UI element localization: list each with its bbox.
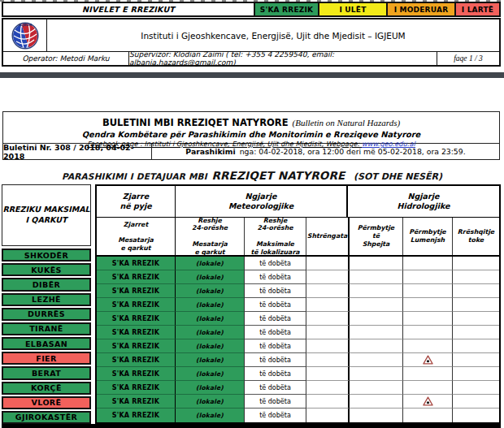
cell-reshje-maksimale: të dobëta xyxy=(245,284,306,298)
region-box: TIRANË xyxy=(2,322,91,335)
cell-zjarret: S'KA RREZIK xyxy=(97,339,176,353)
warning-triangle-icon xyxy=(423,396,433,406)
page-number: faqe 1 / 3 xyxy=(437,52,499,65)
table-row: S'KA RREZIK(lokale)të dobëta xyxy=(97,326,499,339)
region-box: LEZHË xyxy=(2,293,91,306)
bulletin-title-area: BULETINI MBI RREZIQET NATYRORE (Bulletin… xyxy=(3,112,499,144)
section-title: PARASHIKIMI I DETAJUAR MBI RREZIQET NATY… xyxy=(0,167,504,183)
cell-shtrengata xyxy=(306,326,350,339)
bulletin-title-line: BULETINI MBI RREZIQET NATYRORE (Bulletin… xyxy=(3,114,499,129)
cell-reshje-mesatarja: (lokale) xyxy=(176,257,245,270)
cell-shtrengata xyxy=(306,284,350,298)
col-header-zjarret: Zjarret Mesatarja e qarkut xyxy=(97,218,176,255)
cell-reshje-mesatarja: (lokale) xyxy=(176,353,245,367)
level-i-ulet: I ULËT xyxy=(319,3,388,15)
region-box: DURRËS xyxy=(2,308,91,321)
cell-reshje-mesatarja: (lokale) xyxy=(176,326,245,339)
cell-reshje-maksimale: të dobëta xyxy=(245,298,306,312)
cell-zjarret: S'KA RREZIK xyxy=(97,353,176,367)
table-body: S'KA RREZIK(lokale)të dobëtaS'KA RREZIK(… xyxy=(97,257,499,422)
cell-rreshqitje-toke xyxy=(453,298,499,312)
cell-reshje-maksimale: të dobëta xyxy=(245,312,306,326)
cell-permbytje-shpejta xyxy=(350,270,403,284)
cell-reshje-mesatarja: (lokale) xyxy=(176,298,245,312)
cell-permbytje-lumenjsh xyxy=(403,381,453,395)
level-i-larte: I LARTË xyxy=(456,3,499,15)
cell-zjarret: S'KA RREZIK xyxy=(97,395,176,409)
cell-permbytje-lumenjsh xyxy=(403,312,453,326)
region-box: DIBËR xyxy=(2,278,91,291)
cell-permbytje-shpejta xyxy=(350,353,403,367)
cell-permbytje-shpejta xyxy=(350,312,403,326)
cell-permbytje-lumenjsh xyxy=(403,409,453,422)
level-i-moderuar: I MODERUAR xyxy=(388,3,456,15)
table-row: S'KA RREZIK(lokale)të dobëta xyxy=(97,270,499,284)
col-header-permbytje-lumenjsh: Përmbytje Lumenjsh xyxy=(403,218,453,255)
table-row: S'KA RREZIK(lokale)të dobëta xyxy=(97,381,499,395)
cell-permbytje-lumenjsh xyxy=(403,284,453,298)
cell-reshje-mesatarja: (lokale) xyxy=(176,339,245,353)
col-header-shtrengata: Shtrëngata xyxy=(306,218,350,255)
cell-rreshqitje-toke xyxy=(453,257,499,270)
cell-reshje-mesatarja: (lokale) xyxy=(176,409,245,422)
cell-reshje-mesatarja: (lokale) xyxy=(176,381,245,395)
cell-shtrengata xyxy=(306,367,350,381)
cell-shtrengata xyxy=(306,353,350,367)
logo-text: IGJEUM xyxy=(18,23,31,27)
region-box: FIER xyxy=(2,352,91,365)
cell-shtrengata xyxy=(306,395,350,409)
cell-zjarret: S'KA RREZIK xyxy=(97,257,176,270)
cell-permbytje-shpejta xyxy=(350,257,403,270)
cell-reshje-mesatarja: (lokale) xyxy=(176,312,245,326)
cell-zjarret: S'KA RREZIK xyxy=(97,298,176,312)
region-box: BERAT xyxy=(2,366,91,379)
group-header-row: Zjarre në pyje Ngjarje Meteorologjike Ng… xyxy=(97,186,499,218)
cell-shtrengata xyxy=(306,339,350,353)
cell-rreshqitje-toke xyxy=(453,326,499,339)
table-row: S'KA RREZIK(lokale)të dobëta xyxy=(97,284,499,298)
cell-permbytje-shpejta xyxy=(350,284,403,298)
cell-rreshqitje-toke xyxy=(453,409,499,422)
forecast-period: nga: 04-02-2018, ora 12:00 deri më 05-02… xyxy=(240,147,466,156)
cell-permbytje-shpejta xyxy=(350,326,403,339)
cell-zjarret: S'KA RREZIK xyxy=(97,367,176,381)
cell-rreshqitje-toke xyxy=(453,353,499,367)
cell-reshje-maksimale: të dobëta xyxy=(245,381,306,395)
col-header-rreshqitje-toke: Rrëshqitje toke xyxy=(453,218,499,255)
cell-reshje-maksimale: të dobëta xyxy=(245,395,306,409)
bulletin-title-en: (Bulletin on Natural Hazards) xyxy=(293,118,401,128)
cell-permbytje-shpejta xyxy=(350,339,403,353)
cell-rreshqitje-toke xyxy=(453,339,499,353)
cell-shtrengata xyxy=(306,298,350,312)
region-box: KUKËS xyxy=(2,263,91,276)
bulletin-number-row: Buletini Nr. 308 / 2018, 04-02-2018 Para… xyxy=(3,144,499,159)
forecast-period-cell: Parashikimi nga: 04-02-2018, ora 12:00 d… xyxy=(152,144,499,159)
cell-shtrengata xyxy=(306,257,350,270)
cell-zjarret: S'KA RREZIK xyxy=(97,312,176,326)
table-row: S'KA RREZIK(lokale)të dobëta xyxy=(97,339,499,353)
cell-permbytje-lumenjsh xyxy=(403,257,453,270)
cell-reshje-mesatarja: (lokale) xyxy=(176,284,245,298)
cell-permbytje-lumenjsh xyxy=(403,270,453,284)
forecast-table: Zjarre në pyje Ngjarje Meteorologjike Ng… xyxy=(95,184,501,424)
cell-shtrengata xyxy=(306,381,350,395)
cell-reshje-maksimale: të dobëta xyxy=(245,270,306,284)
cell-permbytje-shpejta xyxy=(350,381,403,395)
cell-reshje-maksimale: të dobëta xyxy=(245,326,306,339)
col-header-permbytje-shpejta: Përmbytje të Shpejta xyxy=(350,218,403,255)
cell-zjarret: S'KA RREZIK xyxy=(97,270,176,284)
group-ngjarje-meteorologjike: Ngjarje Meteorologjike xyxy=(176,186,348,217)
cell-permbytje-lumenjsh xyxy=(403,367,453,381)
table-row: S'KA RREZIK(lokale)të dobëta xyxy=(97,409,499,422)
cell-reshje-maksimale: të dobëta xyxy=(245,353,306,367)
cell-rreshqitje-toke xyxy=(453,395,499,409)
cell-rreshqitje-toke xyxy=(453,284,499,298)
operator-cell: Operator: Metodi Marku xyxy=(3,52,129,65)
cell-rreshqitje-toke xyxy=(453,367,499,381)
sub-header-row: Zjarret Mesatarja e qarkut Reshje 24-orë… xyxy=(97,218,499,257)
cell-rreshqitje-toke xyxy=(453,270,499,284)
section-title-part1: PARASHIKIMI I DETAJUAR MBI xyxy=(62,171,207,181)
table-row: S'KA RREZIK(lokale)të dobëta xyxy=(97,367,499,381)
cell-reshje-mesatarja: (lokale) xyxy=(176,395,245,409)
cell-reshje-maksimale: të dobëta xyxy=(245,409,306,422)
